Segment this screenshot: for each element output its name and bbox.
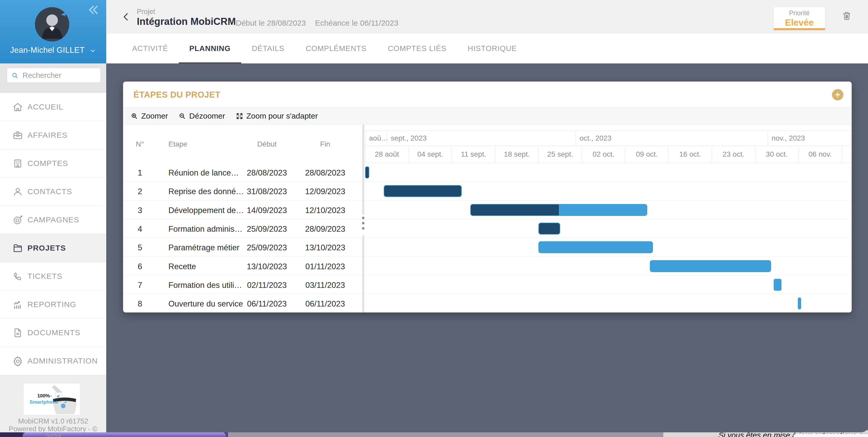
table-row[interactable]: 3Développement des int…14/09/202312/10/2…: [123, 201, 362, 219]
table-row[interactable]: 5Paramétrage métier25/09/202313/10/2023: [123, 238, 362, 257]
gantt-bar[interactable]: [538, 223, 560, 235]
zoom-fit-icon: [236, 112, 244, 120]
step-number: 6: [131, 262, 149, 271]
sidebar-item-administration[interactable]: ADMINISTRATION: [0, 347, 106, 375]
collapse-sidebar-icon[interactable]: [87, 4, 99, 16]
gear-icon: [12, 356, 23, 367]
step-start: 25/09/2023: [245, 225, 289, 234]
step-end: 12/09/2023: [305, 187, 346, 196]
sidebar-item-accueil[interactable]: ACCUEIL: [0, 93, 106, 121]
gantt-bar[interactable]: [384, 185, 462, 197]
user-menu[interactable]: Jean-Michel GILLET: [0, 45, 106, 55]
tab-compléments[interactable]: COMPLÉMENTS: [295, 34, 377, 63]
priority-value: Elevée: [774, 18, 825, 28]
gantt-week-header: 02 oct.: [582, 146, 625, 163]
gantt-bar-segment: [538, 241, 653, 253]
gantt-month-header: nov., 2023: [768, 131, 852, 146]
gantt-bar-segment: [471, 204, 559, 215]
step-end: 13/10/2023: [305, 243, 346, 253]
search-icon: [11, 72, 19, 79]
sidebar-item-label: AFFAIRES: [28, 131, 68, 139]
sidebar-item-label: REPORTING: [28, 300, 76, 309]
gantt-bar-segment: [366, 167, 369, 178]
trash-icon[interactable]: [842, 11, 852, 21]
col-header-fin: Fin: [305, 140, 346, 148]
gantt-week-header: 16 oct.: [668, 146, 712, 163]
step-name: Formation des utilisate…: [168, 281, 244, 290]
table-row[interactable]: 1Réunion de lancement28/08/202328/08/202…: [123, 163, 362, 182]
table-row[interactable]: 8Ouverture du service06/11/202306/11/202…: [123, 294, 362, 312]
toolbar-button-zoom-out[interactable]: Dézoomer: [178, 111, 225, 121]
sidebar-item-campagnes[interactable]: CAMPAGNES: [0, 206, 106, 234]
chevron-down-icon: [89, 47, 96, 54]
project-start-date: Début le 28/08/2023: [236, 19, 306, 28]
contact-icon: [12, 186, 23, 197]
step-number: 4: [131, 225, 149, 234]
step-name: Réunion de lancement: [168, 168, 244, 178]
sidebar-item-affaires[interactable]: AFFAIRES: [0, 121, 106, 149]
gantt-bar[interactable]: [774, 279, 781, 291]
gantt-row: [364, 201, 852, 219]
sidebar-item-tickets[interactable]: TICKETS: [0, 262, 106, 291]
gantt-bar-segment: [539, 223, 560, 234]
gantt-week-header: 06 nov.: [798, 146, 842, 163]
step-number: 3: [131, 206, 149, 215]
gantt-month-header: sept., 2023: [387, 131, 576, 146]
step-name: Formation administrat…: [168, 225, 244, 234]
sidebar-item-reporting[interactable]: REPORTING: [0, 291, 106, 319]
building-icon: [12, 158, 23, 169]
gantt-toolbar: ZoomerDézoomerZoom pour s'adapter: [123, 107, 852, 125]
gantt-bar[interactable]: [650, 260, 771, 272]
gantt-bar[interactable]: [470, 204, 647, 216]
add-step-button[interactable]: [832, 89, 843, 100]
table-row[interactable]: 2Reprise des données31/08/202312/09/2023: [123, 182, 362, 200]
step-end: 28/09/2023: [305, 225, 346, 234]
splitter-handle[interactable]: [362, 125, 364, 312]
step-start: 02/11/2023: [245, 281, 289, 290]
table-row[interactable]: 6Recette13/10/202301/11/2023: [123, 257, 362, 275]
gantt-bar[interactable]: [538, 241, 653, 253]
table-row[interactable]: 4Formation administrat…25/09/202328/09/2…: [123, 219, 362, 238]
gantt-bar-segment: [798, 298, 801, 309]
sidebar-profile: Jean-Michel GILLET: [0, 0, 106, 63]
gantt-bar-segment: [774, 279, 781, 291]
gantt-bar[interactable]: [798, 298, 801, 309]
app-version: MobiCRM v1.0 r61752: [0, 417, 106, 425]
sidebar-item-label: CAMPAGNES: [28, 215, 79, 224]
step-number: 8: [131, 299, 149, 309]
step-name: Reprise des données: [168, 187, 244, 196]
tab-comptes-liés[interactable]: COMPTES LIÉS: [377, 34, 457, 63]
gantt-bar-segment: [384, 186, 461, 197]
gantt-row: [364, 163, 852, 182]
tab-activité[interactable]: ACTIVITÉ: [122, 34, 179, 63]
sidebar: Jean-Michel GILLET ACCUEILAFFAIRESCOMPTE…: [0, 0, 106, 432]
table-row[interactable]: 7Formation des utilisate…02/11/202303/11…: [123, 275, 362, 294]
toolbar-button-zoom-fit[interactable]: Zoom pour s'adapter: [236, 111, 318, 121]
sidebar-item-projets[interactable]: PROJETS: [0, 234, 106, 262]
gantt-chart: aoû…sept., 2023oct., 2023nov., 2023 28 a…: [364, 125, 852, 312]
panel-title: ÉTAPES DU PROJET: [133, 90, 220, 100]
tab-détails[interactable]: DÉTAILS: [241, 34, 295, 63]
steps-table: N° Etape Début Fin 1Réunion de lancement…: [123, 125, 362, 312]
gantt-row: [364, 294, 852, 312]
toolbar-button-zoom-in[interactable]: Zoomer: [130, 111, 168, 121]
gantt-week-header: 30 oct.: [755, 146, 798, 163]
step-number: 1: [131, 168, 149, 178]
toolbar-button-label: Dézoomer: [189, 111, 225, 121]
sidebar-item-comptes[interactable]: COMPTES: [0, 149, 106, 178]
step-name: Paramétrage métier: [168, 243, 240, 253]
topbar: Projet Intégration MobiCRM Début le 28/0…: [106, 0, 868, 34]
search-input[interactable]: [23, 68, 99, 82]
sidebar-item-documents[interactable]: DOCUMENTS: [0, 319, 106, 347]
back-button[interactable]: [121, 11, 132, 22]
step-start: 06/11/2023: [245, 299, 289, 309]
tab-planning[interactable]: PLANNING: [179, 34, 241, 64]
app-root: . Si vous êtes en mise à jour automatiqu…: [0, 0, 868, 437]
tab-historique[interactable]: HISTORIQUE: [457, 34, 528, 63]
search-box[interactable]: [7, 68, 101, 83]
page-title: Intégration MobiCRM: [137, 16, 236, 27]
promo-line2: Smartphone: [30, 399, 58, 405]
gantt-bar[interactable]: [365, 166, 369, 178]
sidebar-item-contacts[interactable]: CONTACTS: [0, 178, 106, 206]
table-header: N° Etape Début Fin: [123, 125, 362, 163]
